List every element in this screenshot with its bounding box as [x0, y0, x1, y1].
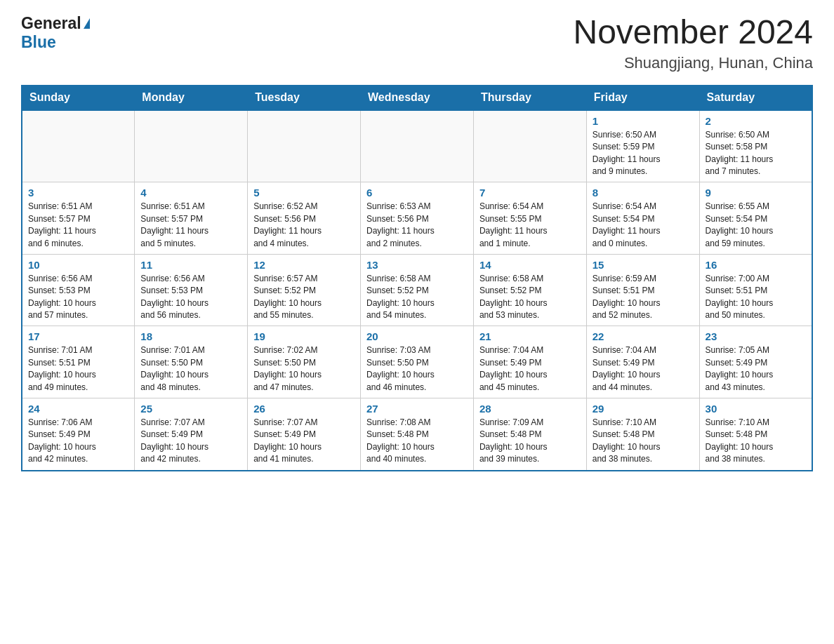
- calendar-week-row: 17Sunrise: 7:01 AM Sunset: 5:51 PM Dayli…: [22, 326, 812, 398]
- day-number: 29: [593, 403, 694, 415]
- weekday-header-friday: Friday: [586, 85, 699, 110]
- day-number: 26: [253, 403, 355, 415]
- empty-cell: [135, 110, 248, 182]
- day-info: Sunrise: 7:04 AM Sunset: 5:49 PM Dayligh…: [593, 344, 694, 394]
- calendar-day: 8Sunrise: 6:54 AM Sunset: 5:54 PM Daylig…: [586, 182, 699, 255]
- day-number: 14: [479, 259, 581, 271]
- day-info: Sunrise: 7:05 AM Sunset: 5:49 PM Dayligh…: [706, 344, 806, 394]
- day-info: Sunrise: 6:58 AM Sunset: 5:52 PM Dayligh…: [366, 273, 468, 322]
- calendar-day: 1Sunrise: 6:50 AM Sunset: 5:59 PM Daylig…: [586, 110, 699, 182]
- calendar-day: 5Sunrise: 6:52 AM Sunset: 5:56 PM Daylig…: [248, 182, 361, 255]
- calendar-title: November 2024: [573, 14, 813, 51]
- day-info: Sunrise: 7:06 AM Sunset: 5:49 PM Dayligh…: [28, 417, 128, 466]
- calendar-day: 17Sunrise: 7:01 AM Sunset: 5:51 PM Dayli…: [22, 326, 135, 398]
- day-number: 15: [593, 259, 694, 271]
- day-number: 1: [593, 115, 694, 127]
- day-info: Sunrise: 6:57 AM Sunset: 5:52 PM Dayligh…: [253, 273, 355, 322]
- weekday-header-thursday: Thursday: [473, 85, 586, 110]
- day-number: 21: [479, 330, 581, 342]
- calendar-week-row: 10Sunrise: 6:56 AM Sunset: 5:53 PM Dayli…: [22, 254, 812, 326]
- day-number: 24: [28, 403, 128, 415]
- day-number: 27: [366, 403, 468, 415]
- calendar-day: 19Sunrise: 7:02 AM Sunset: 5:50 PM Dayli…: [248, 326, 361, 398]
- calendar-day: 20Sunrise: 7:03 AM Sunset: 5:50 PM Dayli…: [361, 326, 474, 398]
- calendar-day: 28Sunrise: 7:09 AM Sunset: 5:48 PM Dayli…: [473, 398, 586, 471]
- day-number: 18: [140, 330, 241, 342]
- day-number: 23: [706, 330, 806, 342]
- day-info: Sunrise: 7:07 AM Sunset: 5:49 PM Dayligh…: [253, 417, 355, 466]
- day-number: 8: [593, 187, 694, 199]
- day-number: 12: [253, 259, 355, 271]
- empty-cell: [248, 110, 361, 182]
- day-number: 13: [366, 259, 468, 271]
- day-number: 11: [140, 259, 241, 271]
- day-info: Sunrise: 7:09 AM Sunset: 5:48 PM Dayligh…: [479, 417, 581, 466]
- calendar-day: 6Sunrise: 6:53 AM Sunset: 5:56 PM Daylig…: [361, 182, 474, 255]
- weekday-header-saturday: Saturday: [699, 85, 812, 110]
- calendar-day: 16Sunrise: 7:00 AM Sunset: 5:51 PM Dayli…: [699, 254, 812, 326]
- day-info: Sunrise: 6:51 AM Sunset: 5:57 PM Dayligh…: [140, 201, 241, 250]
- calendar-day: 21Sunrise: 7:04 AM Sunset: 5:49 PM Dayli…: [473, 326, 586, 398]
- day-info: Sunrise: 7:08 AM Sunset: 5:48 PM Dayligh…: [366, 417, 468, 466]
- calendar-table: SundayMondayTuesdayWednesdayThursdayFrid…: [21, 85, 813, 471]
- day-number: 16: [706, 259, 806, 271]
- calendar-week-row: 1Sunrise: 6:50 AM Sunset: 5:59 PM Daylig…: [22, 110, 812, 182]
- calendar-day: 18Sunrise: 7:01 AM Sunset: 5:50 PM Dayli…: [135, 326, 248, 398]
- day-number: 25: [140, 403, 241, 415]
- day-info: Sunrise: 7:07 AM Sunset: 5:49 PM Dayligh…: [140, 417, 241, 466]
- empty-cell: [22, 110, 135, 182]
- day-number: 28: [479, 403, 581, 415]
- weekday-header-monday: Monday: [135, 85, 248, 110]
- day-number: 22: [593, 330, 694, 342]
- logo: General Blue: [21, 14, 90, 52]
- day-number: 10: [28, 259, 128, 271]
- day-info: Sunrise: 6:50 AM Sunset: 5:59 PM Dayligh…: [593, 129, 694, 178]
- day-number: 9: [706, 187, 806, 199]
- calendar-day: 10Sunrise: 6:56 AM Sunset: 5:53 PM Dayli…: [22, 254, 135, 326]
- calendar-day: 23Sunrise: 7:05 AM Sunset: 5:49 PM Dayli…: [699, 326, 812, 398]
- calendar-week-row: 24Sunrise: 7:06 AM Sunset: 5:49 PM Dayli…: [22, 398, 812, 471]
- day-info: Sunrise: 6:54 AM Sunset: 5:55 PM Dayligh…: [479, 201, 581, 250]
- calendar-subtitle: Shuangjiang, Hunan, China: [573, 54, 813, 72]
- day-info: Sunrise: 6:59 AM Sunset: 5:51 PM Dayligh…: [593, 273, 694, 322]
- title-block: November 2024 Shuangjiang, Hunan, China: [573, 14, 813, 72]
- calendar-day: 14Sunrise: 6:58 AM Sunset: 5:52 PM Dayli…: [473, 254, 586, 326]
- day-number: 6: [366, 187, 468, 199]
- page-header: General Blue November 2024 Shuangjiang, …: [21, 14, 813, 72]
- day-info: Sunrise: 6:51 AM Sunset: 5:57 PM Dayligh…: [28, 201, 128, 250]
- day-info: Sunrise: 7:01 AM Sunset: 5:50 PM Dayligh…: [140, 344, 241, 394]
- calendar-day: 30Sunrise: 7:10 AM Sunset: 5:48 PM Dayli…: [699, 398, 812, 471]
- calendar-day: 2Sunrise: 6:50 AM Sunset: 5:58 PM Daylig…: [699, 110, 812, 182]
- day-info: Sunrise: 6:54 AM Sunset: 5:54 PM Dayligh…: [593, 201, 694, 250]
- calendar-day: 3Sunrise: 6:51 AM Sunset: 5:57 PM Daylig…: [22, 182, 135, 255]
- day-info: Sunrise: 7:03 AM Sunset: 5:50 PM Dayligh…: [366, 344, 468, 394]
- weekday-header-tuesday: Tuesday: [248, 85, 361, 110]
- day-info: Sunrise: 7:02 AM Sunset: 5:50 PM Dayligh…: [253, 344, 355, 394]
- calendar-day: 4Sunrise: 6:51 AM Sunset: 5:57 PM Daylig…: [135, 182, 248, 255]
- logo-general-text: General: [21, 14, 81, 33]
- day-info: Sunrise: 7:10 AM Sunset: 5:48 PM Dayligh…: [593, 417, 694, 466]
- day-info: Sunrise: 6:50 AM Sunset: 5:58 PM Dayligh…: [706, 129, 806, 178]
- day-info: Sunrise: 7:10 AM Sunset: 5:48 PM Dayligh…: [706, 417, 806, 466]
- calendar-day: 25Sunrise: 7:07 AM Sunset: 5:49 PM Dayli…: [135, 398, 248, 471]
- day-info: Sunrise: 6:52 AM Sunset: 5:56 PM Dayligh…: [253, 201, 355, 250]
- day-info: Sunrise: 6:58 AM Sunset: 5:52 PM Dayligh…: [479, 273, 581, 322]
- empty-cell: [473, 110, 586, 182]
- weekday-header-row: SundayMondayTuesdayWednesdayThursdayFrid…: [22, 85, 812, 110]
- day-number: 4: [140, 187, 241, 199]
- day-info: Sunrise: 6:56 AM Sunset: 5:53 PM Dayligh…: [28, 273, 128, 322]
- calendar-day: 12Sunrise: 6:57 AM Sunset: 5:52 PM Dayli…: [248, 254, 361, 326]
- day-info: Sunrise: 6:53 AM Sunset: 5:56 PM Dayligh…: [366, 201, 468, 250]
- day-number: 5: [253, 187, 355, 199]
- logo-blue-text: Blue: [21, 33, 56, 51]
- day-number: 20: [366, 330, 468, 342]
- calendar-day: 7Sunrise: 6:54 AM Sunset: 5:55 PM Daylig…: [473, 182, 586, 255]
- calendar-day: 27Sunrise: 7:08 AM Sunset: 5:48 PM Dayli…: [361, 398, 474, 471]
- day-info: Sunrise: 7:04 AM Sunset: 5:49 PM Dayligh…: [479, 344, 581, 394]
- day-info: Sunrise: 7:00 AM Sunset: 5:51 PM Dayligh…: [706, 273, 806, 322]
- weekday-header-wednesday: Wednesday: [361, 85, 474, 110]
- day-number: 17: [28, 330, 128, 342]
- day-number: 7: [479, 187, 581, 199]
- day-number: 3: [28, 187, 128, 199]
- calendar-day: 26Sunrise: 7:07 AM Sunset: 5:49 PM Dayli…: [248, 398, 361, 471]
